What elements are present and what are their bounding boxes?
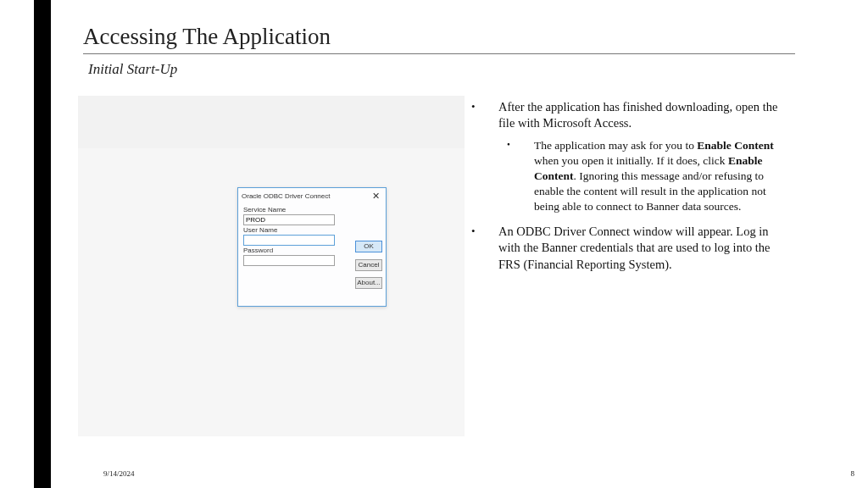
- close-icon[interactable]: ✕: [369, 191, 382, 201]
- ok-button[interactable]: OK: [355, 241, 382, 252]
- screenshot-panel: Oracle ODBC Driver Connect ✕ Service Nam…: [78, 96, 465, 435]
- user-name-input[interactable]: [243, 235, 335, 246]
- dialog-title: Oracle ODBC Driver Connect: [242, 192, 330, 200]
- slide-header: Accessing The Application Initial Start-…: [83, 24, 795, 78]
- slide-content: Oracle ODBC Driver Connect ✕ Service Nam…: [78, 96, 795, 439]
- page-subtitle: Initial Start-Up: [88, 61, 795, 78]
- service-name-input[interactable]: [243, 214, 335, 225]
- bullet-text: when you open it initially. If it does, …: [534, 154, 728, 167]
- dialog-body: Service Name User Name Password OK Cance…: [238, 203, 386, 305]
- list-item: The application may ask for you to Enabl…: [498, 138, 792, 214]
- list-item: An ODBC Driver Connect window will appea…: [466, 224, 792, 272]
- dialog-titlebar: Oracle ODBC Driver Connect ✕: [238, 188, 386, 203]
- bullet-list: After the application has finished downl…: [466, 99, 792, 283]
- bullet-text: The application may ask for you to: [534, 139, 697, 152]
- bullet-text: After the application has finished downl…: [498, 100, 777, 130]
- slide-side-bar: [34, 0, 51, 488]
- password-input[interactable]: [243, 255, 335, 266]
- list-item: After the application has finished downl…: [466, 99, 792, 214]
- page-title: Accessing The Application: [83, 24, 795, 54]
- about-button[interactable]: About...: [355, 277, 382, 289]
- bold-text: Enable Content: [697, 139, 773, 152]
- footer-date: 9/14/2024: [103, 469, 135, 478]
- user-name-label: User Name: [243, 226, 381, 234]
- footer-page-number: 8: [851, 469, 855, 478]
- cancel-button[interactable]: Cancel: [355, 259, 382, 271]
- bullet-text: An ODBC Driver Connect window will appea…: [498, 225, 771, 270]
- odbc-dialog: Oracle ODBC Driver Connect ✕ Service Nam…: [237, 187, 387, 307]
- service-name-label: Service Name: [243, 206, 381, 214]
